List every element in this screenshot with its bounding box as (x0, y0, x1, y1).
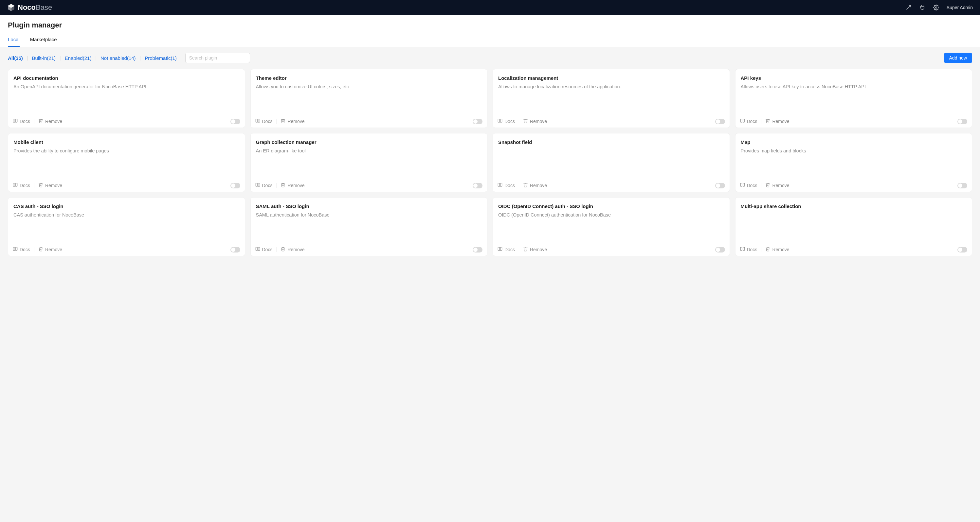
remove-button[interactable]: Remove (280, 182, 304, 189)
remove-button[interactable]: Remove (523, 247, 547, 252)
plugin-description: An ER diagram-like tool (256, 148, 482, 155)
enable-toggle[interactable] (958, 119, 967, 124)
tab-marketplace[interactable]: Marketplace (30, 36, 57, 47)
enable-toggle[interactable] (715, 247, 725, 252)
plugin-card: Theme editorAllows you to customize UI c… (250, 69, 488, 128)
plugin-card: MapProvides map fields and blocksDocsRem… (735, 133, 972, 192)
book-icon (13, 182, 18, 189)
enable-toggle[interactable] (473, 183, 482, 189)
plugin-description: An OpenAPI documentation generator for N… (13, 83, 240, 90)
trash-icon (280, 118, 285, 124)
remove-button[interactable]: Remove (523, 182, 547, 189)
plugin-title: SAML auth - SSO login (256, 203, 482, 209)
trash-icon (38, 182, 43, 189)
trash-icon (765, 182, 770, 189)
filter-link[interactable]: Built-in(21) (28, 56, 60, 60)
remove-button[interactable]: Remove (523, 118, 547, 124)
docs-button[interactable]: Docs (740, 247, 757, 252)
docs-button[interactable]: Docs (255, 247, 273, 252)
plugin-card: CAS auth - SSO loginCAS authentication f… (8, 197, 245, 256)
docs-button[interactable]: Docs (498, 247, 515, 252)
plugin-title: API documentation (13, 75, 240, 81)
enable-toggle[interactable] (231, 119, 240, 124)
enable-toggle[interactable] (958, 183, 967, 189)
plugin-description: Provides map fields and blocks (741, 148, 967, 155)
enable-toggle[interactable] (231, 247, 240, 252)
enable-toggle[interactable] (715, 119, 725, 124)
trash-icon (523, 247, 528, 252)
remove-button[interactable]: Remove (280, 118, 304, 124)
docs-button[interactable]: Docs (13, 118, 30, 124)
plugin-description: Provides the ability to configure mobile… (13, 148, 240, 155)
remove-button[interactable]: Remove (765, 182, 789, 189)
page-header: Plugin manager LocalMarketplace (0, 15, 980, 47)
docs-button[interactable]: Docs (255, 182, 273, 189)
plugin-title: Theme editor (256, 75, 482, 81)
plugin-card: Multi-app share collectionDocsRemove (735, 197, 972, 256)
trash-icon (38, 247, 43, 252)
remove-button[interactable]: Remove (765, 247, 789, 252)
remove-button[interactable]: Remove (38, 182, 62, 189)
toolbar: All(35)|Built-in(21)|Enabled(21)|Not ena… (0, 47, 980, 69)
trash-icon (765, 247, 770, 252)
remove-button[interactable]: Remove (280, 247, 304, 252)
docs-button[interactable]: Docs (498, 118, 515, 124)
search-input[interactable] (185, 53, 250, 63)
plugin-description: CAS authentication for NocoBase (13, 212, 240, 219)
enable-toggle[interactable] (715, 183, 725, 189)
plugin-title: CAS auth - SSO login (13, 203, 240, 209)
plugin-description: Allows to manage localization resources … (498, 83, 724, 90)
plugin-card: API documentationAn OpenAPI documentatio… (8, 69, 245, 128)
filter-link[interactable]: All(35) (8, 56, 27, 60)
gear-icon[interactable] (933, 4, 939, 11)
plugin-card: OIDC (OpenID Connect) auth - SSO loginOI… (493, 197, 730, 256)
book-icon (740, 247, 745, 252)
enable-toggle[interactable] (231, 183, 240, 189)
trash-icon (523, 182, 528, 189)
plugin-card: SAML auth - SSO loginSAML authentication… (250, 197, 488, 256)
book-icon (498, 182, 503, 189)
add-new-button[interactable]: Add new (944, 53, 972, 63)
brand-name: NocoBase (18, 3, 52, 12)
plugin-card: Graph collection managerAn ER diagram-li… (250, 133, 488, 192)
plugin-card: API keysAllows users to use API key to a… (735, 69, 972, 128)
filter-link[interactable]: Problematic(1) (141, 56, 181, 60)
trash-icon (38, 118, 43, 124)
plugin-description: Allows users to use API key to access No… (741, 83, 967, 90)
filter-group: All(35)|Built-in(21)|Enabled(21)|Not ena… (8, 55, 181, 60)
filter-link[interactable]: Enabled(21) (61, 56, 95, 60)
docs-button[interactable]: Docs (498, 182, 515, 189)
book-icon (740, 182, 745, 189)
plugin-description: OIDC (OpenID Connect) authentication for… (498, 212, 724, 219)
remove-button[interactable]: Remove (38, 247, 62, 252)
filter-link[interactable]: Not enabled(14) (97, 56, 140, 60)
enable-toggle[interactable] (473, 119, 482, 124)
enable-toggle[interactable] (958, 247, 967, 252)
book-icon (740, 118, 745, 124)
enable-toggle[interactable] (473, 247, 482, 252)
brand-logo-block[interactable]: NocoBase (7, 3, 52, 12)
plugin-card: Localization managementAllows to manage … (493, 69, 730, 128)
docs-button[interactable]: Docs (740, 118, 757, 124)
plugin-title: Localization management (498, 75, 724, 81)
remove-button[interactable]: Remove (38, 118, 62, 124)
book-icon (255, 182, 260, 189)
plugin-title: Snapshot field (498, 139, 724, 145)
remove-button[interactable]: Remove (765, 118, 789, 124)
trash-icon (280, 247, 285, 252)
docs-button[interactable]: Docs (13, 182, 30, 189)
tab-local[interactable]: Local (8, 36, 20, 47)
trash-icon (280, 182, 285, 189)
plugin-card: Snapshot fieldDocsRemove (493, 133, 730, 192)
plugin-card: Mobile clientProvides the ability to con… (8, 133, 245, 192)
topbar-actions: Super Admin (905, 4, 973, 11)
design-mode-icon[interactable] (905, 4, 912, 11)
docs-button[interactable]: Docs (13, 247, 30, 252)
docs-button[interactable]: Docs (255, 118, 273, 124)
current-user[interactable]: Super Admin (947, 5, 973, 10)
plugin-icon[interactable] (919, 4, 926, 11)
docs-button[interactable]: Docs (740, 182, 757, 189)
book-icon (255, 118, 260, 124)
book-icon (498, 247, 503, 252)
search-box (185, 53, 250, 63)
